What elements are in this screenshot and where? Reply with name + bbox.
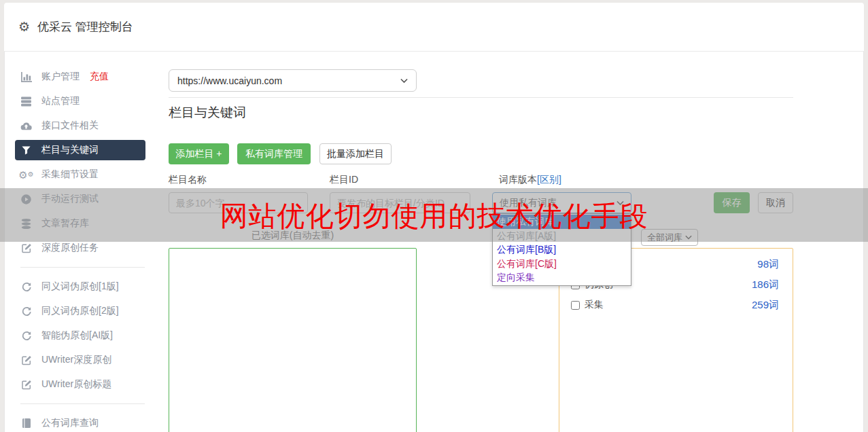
private-thesaurus-button[interactable]: 私有词库管理 (237, 143, 311, 164)
site-url-select[interactable]: https://www.ucaiyun.com (169, 69, 417, 92)
book-icon (20, 418, 32, 429)
word-count: 186词 (752, 278, 779, 291)
gears-icon: ⚙⚙ (20, 169, 32, 181)
version-difference-link[interactable]: [区别] (537, 174, 561, 185)
collection-checkbox[interactable] (571, 301, 580, 310)
word-list-row: 采集 259词 (559, 295, 793, 315)
sidebar-item-label: 采集细节设置 (41, 168, 99, 181)
sidebar-item-label: 智能伪原创[AI版] (41, 329, 113, 342)
sidebar-item-label: 同义词伪原创[2版] (41, 305, 119, 317)
sidebar-item-synonym-v2[interactable]: 同义词伪原创[2版] (4, 299, 165, 323)
sidebar-item-columns-keywords[interactable]: 栏目与关键词 (15, 140, 145, 160)
sidebar-item-label: 账户管理 (41, 71, 80, 83)
server-icon (20, 96, 32, 107)
refresh-icon (20, 306, 32, 317)
sidebar-item-account[interactable]: 账户管理 充值 (4, 65, 165, 89)
funnel-icon (20, 145, 32, 156)
sidebar-item-label: UWriter深度原创 (41, 354, 111, 366)
add-column-button[interactable]: 添加栏目 + (169, 143, 229, 164)
thesaurus-version-label: 词库版本[区别] (499, 174, 561, 186)
sidebar-item-sites[interactable]: 站点管理 (4, 89, 165, 113)
cloud-upload-icon (20, 120, 32, 132)
sidebar: 账户管理 充值 站点管理 接口文件相关 栏目与关键词 ⚙⚙ 采集细节设置 手动运… (4, 65, 165, 432)
sidebar-item-label: 同义词伪原创[1版] (41, 281, 119, 293)
word-list-label: 采集 (585, 299, 752, 311)
sidebar-item-collection-settings[interactable]: ⚙⚙ 采集细节设置 (4, 162, 165, 187)
sidebar-item-label: 深度原创任务 (41, 242, 99, 254)
sidebar-item-uwriter-deep[interactable]: UWriter深度原创 (4, 348, 165, 372)
pencil-square-icon (20, 242, 32, 254)
sidebar-divider (4, 397, 165, 411)
site-url-value: https://www.ucaiyun.com (177, 75, 282, 86)
gear-icon: ⚙ (18, 20, 30, 33)
sidebar-item-label: 栏目与关键词 (41, 144, 99, 156)
page-title: 栏目与关键词 (169, 104, 246, 122)
sidebar-item-ai-pseudo-original[interactable]: 智能伪原创[AI版] (4, 323, 165, 348)
dropdown-option-targeted-collection[interactable]: 定向采集 (493, 270, 631, 285)
refresh-icon (20, 281, 32, 293)
sidebar-item-label: 接口文件相关 (41, 120, 99, 132)
brand: ⚙ 优采云 管理控制台 (18, 19, 133, 35)
recharge-badge[interactable]: 充值 (90, 71, 109, 83)
sidebar-item-label: 公有词库查询 (41, 417, 99, 429)
batch-add-columns-button[interactable]: 批量添加栏目 (319, 143, 392, 164)
content-divider (169, 97, 793, 98)
bar-chart-icon (20, 71, 32, 83)
word-count: 259词 (752, 299, 779, 312)
chevron-down-icon (400, 78, 408, 84)
sidebar-item-label: UWriter原创标题 (41, 378, 111, 391)
column-id-label: 栏目ID (330, 174, 358, 186)
sidebar-item-uwriter-title[interactable]: UWriter原创标题 (4, 372, 165, 397)
dropdown-option-public-b[interactable]: 公有词库[B版] (493, 242, 631, 257)
sidebar-item-label: 站点管理 (41, 95, 80, 107)
app-title: 优采云 管理控制台 (37, 19, 133, 35)
app-header: ⚙ 优采云 管理控制台 (4, 3, 864, 52)
column-name-label: 栏目名称 (169, 174, 207, 186)
sidebar-item-public-thesaurus-query[interactable]: 公有词库查询 (4, 411, 165, 432)
dropdown-option-public-c[interactable]: 公有词库[C版] (493, 257, 631, 271)
warning-text: 网站优化切勿使用的技术优化手段 (0, 198, 868, 235)
sidebar-item-synonym-v1[interactable]: 同义词伪原创[1版] (4, 274, 165, 299)
pencil-square-icon (20, 355, 32, 366)
word-count: 98词 (757, 258, 779, 271)
sidebar-divider (4, 260, 165, 274)
selected-thesaurus-box (169, 248, 417, 432)
refresh-icon (20, 330, 32, 342)
sidebar-item-interface-files[interactable]: 接口文件相关 (4, 113, 165, 138)
pencil-square-icon (20, 379, 32, 391)
